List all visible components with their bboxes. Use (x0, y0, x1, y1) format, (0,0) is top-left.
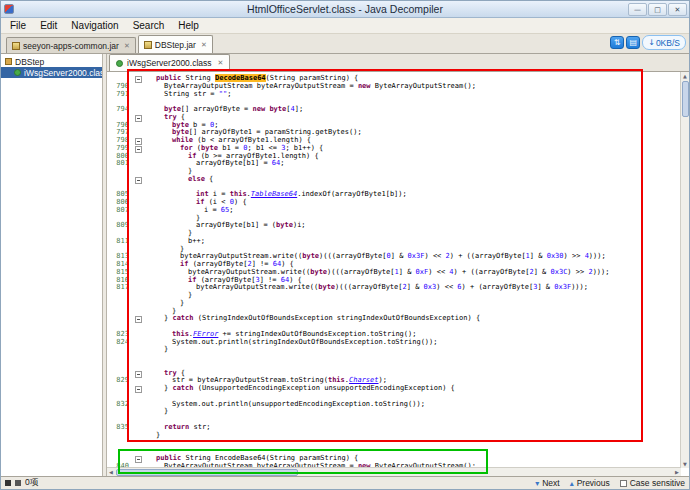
jar-tab-bar: seeyon-apps-common.jar✕DBStep.jar✕ ⇅ ▤ ↓… (1, 34, 689, 54)
code-line (107, 439, 681, 447)
window-title: HtmlOfficeServlet.class - Java Decompile… (1, 3, 689, 15)
speed-panel-icon[interactable]: ▤ (626, 36, 640, 49)
app-window: HtmlOfficeServlet.class - Java Decompile… (0, 0, 690, 490)
menu-edit[interactable]: Edit (33, 20, 64, 31)
code-line: 801arrayOfByte[b1] = 64; (107, 160, 681, 168)
fold-gutter (132, 215, 144, 223)
code-text: } (144, 292, 681, 300)
arrow-down-icon: ▾ (535, 479, 539, 488)
case-sensitive-option[interactable]: Case sensitive (620, 478, 685, 488)
line-number (107, 308, 132, 316)
line-number: 817 (107, 284, 132, 292)
fold-gutter (132, 91, 144, 99)
jar-tab-label: seeyon-apps-common.jar (23, 41, 119, 51)
code-line: } (107, 408, 681, 416)
fold-gutter (132, 308, 144, 316)
line-number (107, 300, 132, 308)
tree-item[interactable]: DBStep (1, 56, 102, 67)
code-text: byte[] arrayOfByte = new byte[4]; (144, 106, 681, 114)
menu-help[interactable]: Help (171, 20, 206, 31)
code-line: } catch (UnsupportedEncodingException un… (107, 385, 681, 393)
code-text: else { (144, 176, 681, 184)
case-sensitive-checkbox[interactable] (620, 480, 627, 487)
fold-gutter (132, 439, 144, 447)
line-number: 801 (107, 160, 132, 168)
vertical-scrollbar[interactable]: ▲ ▼ (680, 72, 689, 468)
jar-icon (144, 41, 152, 49)
scroll-down-icon[interactable]: ▼ (681, 460, 689, 468)
editor-tab-bar: iWsgServer2000.class ✕ (107, 54, 689, 72)
speed-updown-icon[interactable]: ⇅ (610, 36, 624, 49)
fold-gutter (132, 199, 144, 207)
fold-gutter (132, 284, 144, 292)
code-text: try { (144, 114, 681, 122)
close-icon[interactable]: ✕ (668, 3, 687, 16)
line-number: 824 (107, 339, 132, 347)
code-text: String str = ""; (144, 91, 681, 99)
code-text: } (144, 230, 681, 238)
fold-gutter (132, 176, 144, 184)
code-line: } (107, 346, 681, 354)
maximize-icon[interactable]: □ (648, 3, 667, 16)
jar-tab[interactable]: seeyon-apps-common.jar✕ (6, 37, 136, 53)
fold-gutter (132, 75, 144, 83)
menu-search[interactable]: Search (126, 20, 172, 31)
line-number (107, 346, 132, 354)
fold-gutter (132, 191, 144, 199)
line-number: 811 (107, 238, 132, 246)
minimize-icon[interactable]: — (628, 3, 647, 16)
download-arrow-icon: ↓ (648, 38, 655, 47)
scroll-up-icon[interactable]: ▲ (681, 72, 689, 80)
code-text: return str; (144, 424, 681, 432)
line-number (107, 354, 132, 362)
fold-gutter (132, 114, 144, 122)
line-number: 794 (107, 106, 132, 114)
code-text (144, 354, 681, 362)
status-count: 0项 (25, 477, 38, 489)
jar-icon (12, 42, 20, 50)
close-icon[interactable]: ✕ (201, 41, 207, 49)
line-number (107, 447, 132, 455)
code-line (107, 354, 681, 362)
line-number (107, 362, 132, 370)
speed-pill[interactable]: ↓ 0KB/S (642, 35, 686, 50)
code-line: else { (107, 176, 681, 184)
menu-navigation[interactable]: Navigation (64, 20, 125, 31)
fold-gutter (132, 416, 144, 424)
code-view[interactable]: public String DecodeBase64(String paramS… (107, 72, 689, 476)
fold-gutter (132, 300, 144, 308)
status-bar: 0项 ▾ Next ▴ Previous Case sensitive (1, 476, 689, 489)
fold-gutter (132, 277, 144, 285)
menu-bar: FileEditNavigationSearchHelp (1, 18, 689, 34)
scroll-left-icon[interactable]: ◀ (107, 468, 115, 476)
scroll-right-icon[interactable]: ▶ (673, 468, 681, 476)
find-previous-button[interactable]: ▴ Previous (570, 478, 610, 488)
code-text: System.out.println(unsupportedEncodingEx… (144, 401, 681, 409)
code-text: } (144, 300, 681, 308)
tree-item-label: DBStep (15, 57, 44, 67)
line-number: 832 (107, 401, 132, 409)
line-number: 809 (107, 222, 132, 230)
close-icon[interactable]: ✕ (124, 42, 130, 50)
fold-gutter (132, 408, 144, 416)
jar-tab[interactable]: DBStep.jar✕ (138, 35, 213, 53)
code-line (107, 362, 681, 370)
fold-gutter (132, 238, 144, 246)
fold-gutter (132, 393, 144, 401)
fold-gutter (132, 339, 144, 347)
fold-gutter (132, 129, 144, 137)
code-line: 791String str = ""; (107, 91, 681, 99)
find-next-button[interactable]: ▾ Next (535, 478, 560, 488)
menu-file[interactable]: File (3, 20, 33, 31)
fold-gutter (132, 261, 144, 269)
horizontal-scroll-thumb[interactable] (116, 469, 298, 476)
close-icon[interactable]: ✕ (218, 59, 224, 67)
line-number (107, 315, 132, 323)
line-number: 791 (107, 91, 132, 99)
tree-item[interactable]: iWsgServer2000.class (1, 67, 102, 78)
editor-tab[interactable]: iWsgServer2000.class ✕ (109, 54, 230, 71)
vertical-scroll-thumb[interactable] (682, 81, 689, 117)
horizontal-scrollbar[interactable]: ◀ ▶ (107, 467, 681, 476)
package-tree: DBStepiWsgServer2000.class (1, 54, 102, 476)
fold-gutter (132, 269, 144, 277)
